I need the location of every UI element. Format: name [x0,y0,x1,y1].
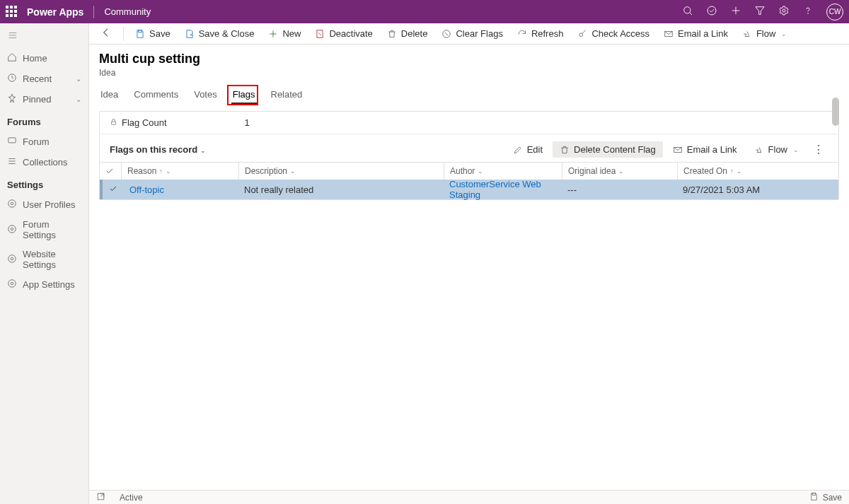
nav-website-settings[interactable]: Website Settings [0,245,88,274]
record-status: Active [120,493,143,503]
lock-icon [110,117,117,128]
row-checkbox[interactable] [103,184,124,195]
tab-flags[interactable]: Flags [231,89,257,104]
global-header: Power Apps Community CW [0,0,849,23]
nav-label: Forum [23,136,50,147]
flag-count-label: Flag Count [110,117,167,128]
search-icon[interactable] [682,5,693,18]
flag-count-value: 1 [245,117,250,128]
deactivate-button[interactable]: Deactivate [309,25,378,42]
nav-recent[interactable]: Recent ⌄ [0,69,88,89]
settings-icon[interactable] [778,5,790,18]
nav-app-settings[interactable]: App Settings [0,274,88,295]
clock-icon [7,73,17,85]
flags-grid: Reason↑⌄ Description⌄ Author⌄ Original i… [100,162,838,199]
svg-rect-33 [112,122,116,124]
cell-reason[interactable]: Off-topic [129,184,164,195]
task-icon[interactable] [706,5,717,18]
environment-name[interactable]: Community [104,6,151,17]
refresh-button[interactable]: Refresh [512,25,570,42]
nav-toggle-icon[interactable] [0,28,88,48]
svg-point-23 [8,280,16,288]
svg-point-0 [684,7,691,13]
back-button[interactable] [95,24,117,43]
column-author[interactable]: Author⌄ [444,163,562,180]
svg-rect-24 [139,30,142,32]
svg-line-36 [101,493,104,496]
nav-forum-settings[interactable]: Forum Settings [0,215,88,245]
new-button[interactable]: New [262,25,306,42]
svg-rect-12 [8,138,16,143]
chevron-down-icon: ⌄ [200,147,206,154]
edit-button[interactable]: Edit [506,141,550,158]
column-original-idea[interactable]: Original idea⌄ [562,163,677,180]
more-commands-button[interactable]: ⋮ [809,143,828,156]
nav-section-forums: Forums [0,110,88,131]
select-all-checkbox[interactable] [100,163,121,180]
page-title: Multi cup setting [99,52,839,66]
svg-point-31 [579,33,583,36]
nav-label: App Settings [23,279,75,290]
open-new-window-icon[interactable] [96,492,105,503]
cell-description: Not really related [238,184,444,195]
gear-icon [7,279,17,291]
command-bar: Save Save & Close New Deactivate Delete … [89,23,849,45]
flow-button[interactable]: Flow⌄ [737,25,792,42]
header-divider [93,6,94,18]
cell-original-idea: --- [562,184,677,195]
column-description[interactable]: Description⌄ [238,163,444,180]
svg-point-2 [708,6,716,15]
email-link-button[interactable]: Email a Link [658,25,734,42]
svg-point-22 [11,282,13,285]
tab-related[interactable]: Related [270,89,304,104]
svg-point-17 [8,200,16,208]
column-reason[interactable]: Reason↑⌄ [121,163,238,180]
nav-home[interactable]: Home [0,48,88,69]
tab-comments[interactable]: Comments [132,89,180,104]
add-icon[interactable] [730,5,741,18]
nav-user-profiles[interactable]: User Profiles [0,194,88,215]
table-row[interactable]: Off-topic Not really related CustomerSer… [100,180,838,199]
list-icon [7,156,17,168]
nav-label: Home [23,53,47,64]
app-launcher-icon[interactable] [6,6,18,18]
avatar[interactable]: CW [826,4,843,20]
page-subtitle: Idea [99,68,839,78]
subgrid-flow-button[interactable]: Flow⌄ [747,141,806,158]
app-name: Power Apps [27,6,93,18]
nav-collections[interactable]: Collections [0,152,88,172]
gear-icon [7,254,17,266]
svg-point-19 [8,225,16,233]
tab-idea[interactable]: Idea [99,89,120,104]
subgrid-email-link-button[interactable]: Email a Link [666,141,744,158]
clear-flags-button[interactable]: Clear Flags [436,25,508,42]
save-button[interactable]: Save [129,25,176,42]
footer-save-label[interactable]: Save [823,493,842,503]
nav-pinned[interactable]: Pinned ⌄ [0,89,88,110]
delete-content-flag-button[interactable]: Delete Content Flag [553,141,663,158]
trash-icon [387,29,397,39]
scrollbar[interactable] [832,98,839,126]
column-created-on[interactable]: Created On↑⌄ [677,163,838,180]
svg-line-28 [319,33,322,35]
filter-icon[interactable] [754,5,766,18]
nav-label: Forum Settings [23,219,81,240]
nav-label: Pinned [23,94,51,105]
svg-point-20 [11,257,13,260]
tab-votes[interactable]: Votes [192,89,219,104]
svg-line-30 [445,32,449,35]
subgrid-title[interactable]: Flags on this record⌄ [110,144,206,155]
forum-icon [7,136,17,148]
save-close-button[interactable]: Save & Close [179,25,260,42]
check-access-button[interactable]: Check Access [572,25,655,42]
delete-button[interactable]: Delete [381,25,434,42]
save-icon[interactable] [809,492,819,503]
clear-flags-icon [441,29,451,39]
refresh-icon [517,29,527,39]
cell-author[interactable]: CustomerService Web Staging [449,179,541,200]
key-icon [577,29,587,39]
nav-forum[interactable]: Forum [0,131,88,152]
pin-icon [7,93,17,105]
svg-point-7 [808,13,809,14]
help-icon[interactable] [802,5,814,18]
